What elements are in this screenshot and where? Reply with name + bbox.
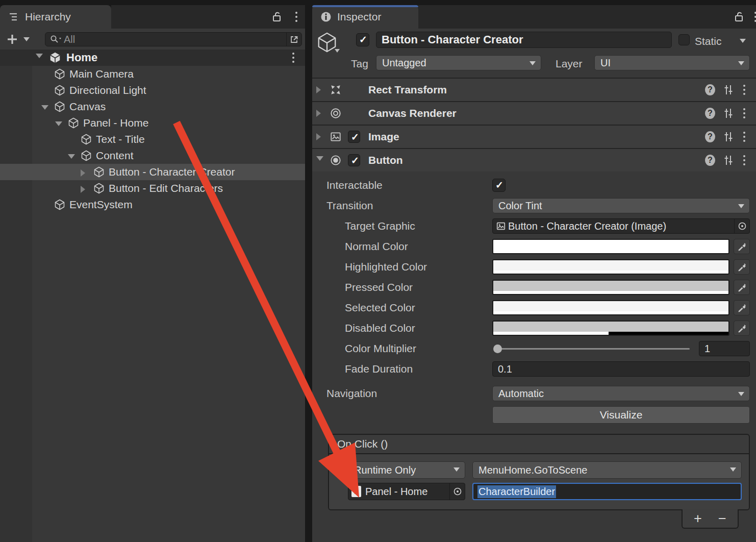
component-header-canvas-renderer[interactable]: Canvas Renderer ? bbox=[312, 101, 756, 125]
static-dropdown-caret-icon[interactable] bbox=[740, 39, 746, 46]
disabled-color-swatch[interactable] bbox=[492, 321, 729, 336]
component-header-image[interactable]: Image ? bbox=[312, 125, 756, 148]
hierarchy-search-field[interactable] bbox=[45, 32, 302, 46]
unlock-icon[interactable] bbox=[271, 11, 283, 23]
eyedropper-icon[interactable] bbox=[734, 321, 750, 336]
navigation-dropdown[interactable]: Automatic bbox=[492, 386, 750, 401]
foldout-collapsed-icon[interactable] bbox=[316, 86, 324, 93]
slider-track[interactable] bbox=[496, 348, 690, 350]
scene-header-home[interactable]: Home bbox=[0, 50, 305, 66]
inspector-window-controls bbox=[418, 5, 756, 29]
visualize-button[interactable]: Visualize bbox=[492, 406, 750, 424]
gameobject-cube-icon bbox=[81, 150, 92, 161]
scene-name: Home bbox=[66, 51, 97, 64]
layer-dropdown[interactable]: UI bbox=[594, 55, 750, 70]
tree-item-button-character-creator[interactable]: Button - Character Creator bbox=[0, 164, 305, 180]
eyedropper-icon[interactable] bbox=[734, 280, 750, 295]
active-checkbox[interactable] bbox=[356, 33, 369, 46]
pressed-color-swatch[interactable] bbox=[492, 280, 729, 295]
color-multiplier-slider[interactable]: 1 bbox=[492, 341, 750, 356]
gameobject-header: Button - Character Creator Static Tag Un… bbox=[312, 29, 756, 75]
scene-menu-icon[interactable] bbox=[291, 53, 296, 63]
tab-hierarchy[interactable]: Hierarchy bbox=[0, 5, 111, 29]
highlighted-color-swatch[interactable] bbox=[492, 259, 729, 275]
button-enabled-checkbox[interactable] bbox=[348, 154, 360, 166]
inspector-content: Button - Character Creator Static Tag Un… bbox=[312, 29, 756, 542]
add-dropdown-caret-icon[interactable] bbox=[23, 37, 30, 44]
target-graphic-field[interactable]: Button - Character Creator (Image) bbox=[492, 218, 750, 234]
presets-icon[interactable] bbox=[723, 155, 734, 166]
component-header-button[interactable]: Button ? bbox=[312, 148, 756, 171]
tree-item-text-title[interactable]: Text - Title bbox=[0, 131, 305, 147]
tree-item-canvas[interactable]: Canvas bbox=[0, 98, 305, 115]
component-menu-icon[interactable] bbox=[742, 155, 747, 165]
object-picker-icon[interactable] bbox=[734, 219, 749, 233]
tree-item-panel-home[interactable]: Panel - Home bbox=[0, 115, 305, 131]
normal-color-swatch[interactable] bbox=[492, 239, 729, 254]
help-icon[interactable]: ? bbox=[705, 108, 715, 119]
help-icon[interactable]: ? bbox=[705, 84, 715, 95]
color-multiplier-value[interactable]: 1 bbox=[699, 341, 750, 356]
remove-event-button[interactable]: − bbox=[714, 512, 731, 526]
component-title: Button bbox=[368, 154, 697, 166]
eyedropper-icon[interactable] bbox=[734, 300, 750, 315]
foldout-expanded-icon[interactable] bbox=[68, 154, 75, 162]
gameobject-name-field[interactable]: Button - Character Creator bbox=[376, 32, 672, 48]
component-title: Rect Transform bbox=[368, 84, 697, 96]
foldout-collapsed-icon[interactable] bbox=[81, 169, 89, 177]
selected-text: CharacterBuilder bbox=[477, 485, 556, 498]
event-target-field[interactable]: Panel - Home bbox=[348, 483, 465, 500]
presets-icon[interactable] bbox=[723, 108, 734, 119]
foldout-collapsed-icon[interactable] bbox=[81, 186, 89, 193]
static-checkbox[interactable] bbox=[678, 34, 690, 45]
inspector-menu-icon[interactable] bbox=[753, 12, 756, 22]
help-icon[interactable]: ? bbox=[705, 131, 715, 142]
foldout-collapsed-icon[interactable] bbox=[316, 133, 324, 140]
gameobject-icon-caret[interactable] bbox=[335, 49, 340, 55]
interactable-checkbox[interactable] bbox=[492, 179, 506, 192]
fade-duration-value[interactable]: 0.1 bbox=[492, 361, 750, 377]
foldout-collapsed-icon[interactable] bbox=[316, 110, 324, 117]
tab-inspector[interactable]: Inspector bbox=[312, 5, 418, 29]
add-gameobject-icon[interactable] bbox=[6, 33, 18, 45]
presets-icon[interactable] bbox=[723, 131, 734, 142]
add-event-button[interactable]: + bbox=[689, 512, 707, 526]
eyedropper-icon[interactable] bbox=[734, 239, 750, 254]
slider-handle[interactable] bbox=[493, 344, 502, 353]
foldout-expanded-icon[interactable] bbox=[316, 156, 323, 164]
navigation-label: Navigation bbox=[312, 387, 492, 400]
tree-item-eventsystem[interactable]: EventSystem bbox=[0, 196, 305, 213]
event-function-dropdown[interactable]: MenuHome.GoToScene bbox=[472, 461, 742, 479]
drag-handle-icon[interactable] bbox=[334, 469, 342, 475]
search-input[interactable] bbox=[64, 34, 286, 45]
event-list-footer: + − bbox=[682, 509, 739, 529]
search-icon[interactable] bbox=[49, 34, 64, 44]
unlock-icon[interactable] bbox=[734, 11, 745, 23]
foldout-expanded-icon[interactable] bbox=[55, 121, 62, 130]
selected-color-swatch[interactable] bbox=[492, 300, 729, 315]
presets-icon[interactable] bbox=[723, 84, 734, 95]
gameobject-icon[interactable] bbox=[316, 32, 338, 53]
component-menu-icon[interactable] bbox=[742, 85, 747, 95]
tree-item-button-edit-characters[interactable]: Button - Edit Characters bbox=[0, 180, 305, 196]
transition-dropdown[interactable]: Color Tint bbox=[492, 198, 750, 213]
component-menu-icon[interactable] bbox=[742, 132, 747, 142]
component-header-rect-transform[interactable]: Rect Transform ? bbox=[312, 78, 756, 101]
hierarchy-toolbar bbox=[0, 29, 305, 50]
tree-item-directional-light[interactable]: Directional Light bbox=[0, 82, 305, 98]
help-icon[interactable]: ? bbox=[705, 155, 715, 166]
event-mode-dropdown[interactable]: Runtime Only bbox=[348, 461, 465, 479]
tag-dropdown[interactable]: Untagged bbox=[376, 55, 541, 70]
popout-search-icon[interactable] bbox=[286, 33, 301, 46]
tree-item-main-camera[interactable]: Main Camera bbox=[0, 66, 305, 82]
eyedropper-icon[interactable] bbox=[734, 259, 750, 275]
tree-item-content[interactable]: Content bbox=[0, 147, 305, 164]
hierarchy-window-controls bbox=[111, 5, 305, 29]
foldout-expanded-icon[interactable] bbox=[41, 105, 48, 113]
image-enabled-checkbox[interactable] bbox=[348, 131, 360, 143]
object-picker-icon[interactable] bbox=[449, 483, 465, 500]
hierarchy-menu-icon[interactable] bbox=[294, 12, 299, 22]
component-menu-icon[interactable] bbox=[742, 108, 747, 118]
event-argument-input[interactable]: CharacterBuilder bbox=[472, 483, 742, 500]
scene-foldout-icon[interactable] bbox=[36, 54, 43, 62]
